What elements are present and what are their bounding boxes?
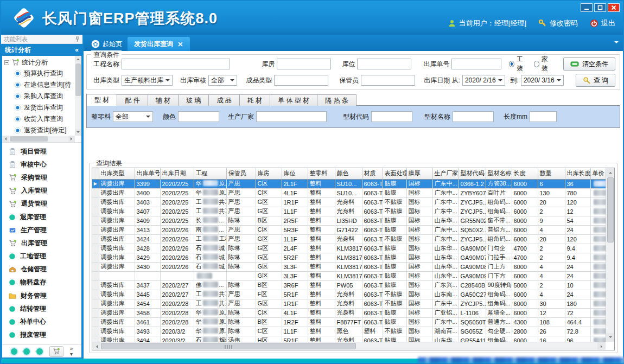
tree-root-node[interactable]: 统计分析 (4, 57, 75, 68)
row-header[interactable] (92, 188, 99, 197)
table-row[interactable]: 调拨出库34942020/3/2石辉城汤伟H区5R1F整料光身料6063-T5贴… (92, 336, 606, 342)
product-type-input[interactable] (274, 75, 328, 86)
status-dot-icon[interactable] (36, 348, 43, 355)
scroll-up-icon[interactable] (606, 168, 615, 177)
column-header-11[interactable]: 膜厚 (406, 168, 432, 179)
scrollbar-thumb[interactable] (607, 177, 614, 242)
grid-vertical-scrollbar[interactable] (606, 168, 614, 342)
tree-item-0[interactable]: 预算执行查询 (4, 68, 75, 79)
table-row[interactable]: 调拨出库34372020/2/27佛...陈琳B区3R6F整料PW056063-… (92, 280, 606, 290)
sidebar-item-10[interactable]: 物料盘存 (2, 276, 81, 289)
row-header[interactable] (92, 244, 99, 253)
radio-work-clothes[interactable]: 工装 (509, 55, 526, 73)
table-row[interactable]: 调拨出库34452020/2/27工共工程严思F区5R1F整料光身料6063-T… (92, 290, 606, 299)
column-header-14[interactable]: 型材名称 (486, 168, 512, 179)
sidebar-item-2[interactable]: 采购管理 (2, 171, 81, 184)
row-header[interactable] (92, 216, 99, 225)
column-header-7[interactable]: 整零料 (308, 168, 335, 179)
column-header-9[interactable]: 材质 (362, 168, 383, 179)
tree-item-4[interactable]: 收货入库查询 (4, 113, 75, 125)
scroll-up-icon[interactable] (75, 56, 81, 62)
date-to-picker[interactable]: 2020/ 3/16 (521, 75, 564, 86)
table-row[interactable]: 调拨出库34132020/2/26南...严思C区5R3F整料G71422606… (92, 225, 606, 234)
manufacturer-input[interactable] (256, 111, 327, 122)
status-dot-icon[interactable] (11, 348, 17, 355)
tree-horizontal-scrollbar[interactable] (2, 136, 75, 142)
table-row[interactable]: 调拨出库34072020/2/25工共工程严思G区1L1F整料光身料6063-T… (92, 207, 606, 216)
row-header[interactable] (92, 308, 99, 317)
scroll-down-icon[interactable] (75, 129, 81, 136)
row-header[interactable] (92, 225, 99, 234)
maximize-button[interactable] (594, 3, 606, 12)
outbound-no-input[interactable] (451, 59, 501, 69)
sidebar-item-5[interactable]: 退库管理 (2, 210, 81, 223)
sidebar-item-1[interactable]: 审核中心 (2, 158, 81, 171)
column-header-3[interactable]: 工程 (194, 168, 226, 179)
date-from-picker[interactable]: 2020/ 2/16 (462, 75, 505, 86)
row-header[interactable] (92, 317, 99, 327)
status-dot-icon[interactable] (23, 348, 30, 355)
close-button[interactable] (608, 3, 620, 12)
row-header[interactable] (92, 336, 99, 342)
collapse-icon[interactable]: « (75, 46, 79, 54)
sidebar-item-0[interactable]: 项目管理 (2, 145, 81, 158)
table-row[interactable]: 调拨出库34092020/2/25长...陈琳B区2R5F整料LI35HD606… (92, 216, 606, 225)
column-header-8[interactable]: 颜色 (335, 168, 362, 179)
scroll-right-icon[interactable] (68, 136, 75, 142)
whole-part-select[interactable]: 全部 (113, 111, 153, 122)
material-tab-7[interactable]: 隔 热 条 (317, 94, 356, 106)
column-header-1[interactable]: 出库单号 (135, 168, 160, 179)
column-header-15[interactable]: 长度 (512, 168, 538, 179)
row-header[interactable] (92, 207, 99, 216)
sidebar-section-header[interactable]: 统计分析 « (1, 44, 82, 56)
row-header[interactable] (92, 234, 99, 244)
sidebar-item-9[interactable]: 仓储管理 (2, 263, 81, 276)
sidebar-item-13[interactable]: 补单中心 (2, 315, 81, 328)
search-button[interactable]: 查 询 (576, 74, 615, 87)
minimize-button[interactable] (581, 3, 593, 12)
column-header-13[interactable]: 型材代码 (459, 168, 486, 179)
location-input[interactable] (357, 59, 411, 69)
warehouse-input[interactable] (277, 59, 331, 69)
tree-item-2[interactable]: 采购入库查询 (4, 91, 75, 102)
tab-close-icon[interactable] (177, 41, 183, 47)
scroll-down-icon[interactable] (606, 333, 615, 342)
radio-home-decor[interactable]: 家装 (534, 55, 551, 73)
profile-name-input[interactable] (453, 111, 494, 122)
table-row[interactable]: 调拨出库34032020/2/25工共工程严思G区1R1F整料光身料6063-T… (92, 197, 606, 207)
table-row[interactable]: 调拨出库34302020/2/26石城陈琳G区3L3F整料KLM38176063… (92, 262, 606, 271)
tab-active[interactable]: 发货出库查询 (128, 37, 190, 51)
sidebar-item-11[interactable]: 财务管理 (2, 289, 81, 302)
sidebar-item-14[interactable]: 报废管理 (2, 329, 81, 342)
row-header[interactable] (92, 299, 99, 308)
table-row[interactable]: 调拨出库34612020/2/28华原...陈琳B区1R2F整料F8877FT6… (92, 317, 606, 327)
clear-conditions-button[interactable]: 清空条件 (563, 58, 615, 71)
sidebar-item-6[interactable]: 生产管理 (2, 223, 81, 237)
color-input[interactable] (178, 111, 219, 122)
keeper-input[interactable] (361, 75, 415, 86)
scrollbar-thumb[interactable] (10, 136, 48, 142)
project-name-input[interactable] (122, 59, 230, 69)
sidebar-item-4[interactable]: 退货管理 (2, 197, 81, 210)
table-row[interactable]: G区3L3F整料KLM38176063-T5贴膜国标山东华...GA90M09.… (92, 271, 606, 280)
material-tab-1[interactable]: 配 件 (117, 94, 148, 106)
change-password-button[interactable]: 修改密码 (538, 18, 578, 28)
material-tab-6[interactable]: 单 体 型 材 (270, 94, 317, 106)
column-header-18[interactable]: 单价 (590, 168, 606, 179)
audit-status-select[interactable]: 全部 (208, 75, 237, 86)
tree-vertical-scrollbar[interactable] (75, 56, 81, 136)
row-header[interactable] (92, 262, 99, 271)
grid-horizontal-scrollbar[interactable] (92, 342, 606, 350)
row-header[interactable] (92, 197, 99, 207)
column-header-16[interactable]: 数量 (538, 168, 565, 179)
profile-code-input[interactable] (371, 111, 412, 122)
row-header[interactable] (92, 271, 99, 280)
column-header-10[interactable]: 表面处理 (383, 168, 406, 179)
table-row[interactable]: 调拨出库34002020/2/25华原...严思C区4L1F整料SU10...6… (92, 188, 606, 197)
sidebar-item-8[interactable]: 工地管理 (2, 250, 81, 263)
material-tab-5[interactable]: 耗 材 (239, 94, 270, 106)
row-header[interactable] (92, 253, 99, 262)
tab-list-dropdown-icon[interactable] (614, 41, 619, 46)
material-tab-3[interactable]: 玻 璃 (178, 94, 209, 106)
table-row[interactable]: 调拨出库34242020/2/26工工程严思G区1L1F整料光身料6063-T5… (92, 234, 606, 244)
